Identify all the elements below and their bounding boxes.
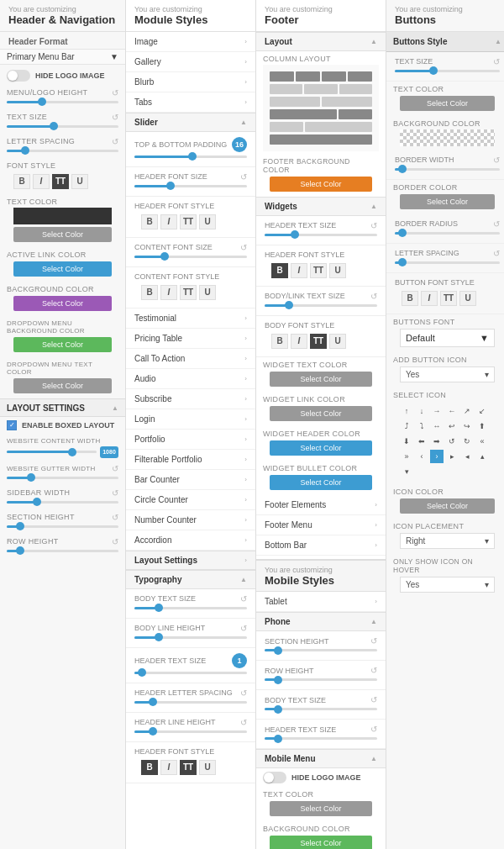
header-letter-spacing-reset[interactable]: ↺ <box>240 688 247 698</box>
footer-body-link-reset[interactable]: ↺ <box>370 292 377 301</box>
typo-header-text-size-slider[interactable] <box>134 672 247 674</box>
cfs-tt[interactable]: TT <box>180 285 197 300</box>
dropdown-menu-bg-btn[interactable]: Select Color <box>13 337 112 352</box>
module-item-blurb[interactable]: Blurb › <box>126 72 255 92</box>
footer-layout-section[interactable]: Layout ▲ <box>256 32 386 51</box>
header-line-height-reset[interactable]: ↺ <box>240 718 247 727</box>
mobile-row-height-reset[interactable]: ↺ <box>370 666 377 675</box>
icon-cell-22[interactable]: ◂ <box>460 450 474 463</box>
typo-u[interactable]: U <box>199 760 216 775</box>
module-item-portfolio[interactable]: Portfolio › <box>126 430 255 450</box>
btn-text-size-slider[interactable] <box>395 70 500 72</box>
module-item-pricing[interactable]: Pricing Table › <box>126 329 255 349</box>
add-button-icon-dropdown[interactable]: Yes ▾ <box>400 366 495 382</box>
icon-cell-12[interactable]: ⬇ <box>400 435 413 448</box>
icon-cell-20[interactable]: › <box>430 450 444 463</box>
reset-icon-1[interactable]: ↺ <box>112 88 118 98</box>
slider-section-header[interactable]: Slider ▲ <box>126 113 255 132</box>
btn-border-width-slider[interactable] <box>395 168 500 171</box>
footer-elements-item[interactable]: Footer Elements › <box>256 495 386 515</box>
footer-menu-item[interactable]: Footer Menu › <box>256 515 386 535</box>
only-show-icon-hover-dropdown[interactable]: Yes ▾ <box>400 577 495 593</box>
bold-btn[interactable]: B <box>13 174 30 189</box>
body-text-size-slider[interactable] <box>134 607 247 609</box>
content-font-size-slider[interactable] <box>134 256 247 258</box>
mobile-menu-section[interactable]: Mobile Menu ▲ <box>256 749 386 768</box>
footer-tt[interactable]: TT <box>310 263 327 278</box>
typo-bold[interactable]: B <box>141 760 158 775</box>
row-height-slider[interactable] <box>7 550 118 552</box>
icon-cell-3[interactable]: ← <box>445 404 459 418</box>
dropdown-menu-text-btn[interactable]: Select Color <box>13 378 112 393</box>
icon-cell-9[interactable]: ↩ <box>445 419 459 433</box>
module-item-cta[interactable]: Call To Action › <box>126 349 255 369</box>
italic-btn[interactable]: I <box>33 174 50 189</box>
website-gutter-slider[interactable] <box>7 477 118 479</box>
hfs-bold[interactable]: B <box>141 214 158 229</box>
footer-body-italic[interactable]: I <box>291 334 307 349</box>
icon-cell-24[interactable]: ▾ <box>400 465 413 478</box>
icon-cell-15[interactable]: ↺ <box>445 435 459 448</box>
typography-section[interactable]: Typography ▲ <box>126 570 255 589</box>
icon-cell-6[interactable]: ⤴ <box>400 419 413 433</box>
widget-text-color-btn[interactable]: Select Color <box>270 372 372 387</box>
footer-bg-color-btn[interactable]: Select Color <box>270 177 372 192</box>
menu-logo-height-slider[interactable] <box>7 101 118 103</box>
module-item-circle-counter[interactable]: Circle Counter › <box>126 490 255 510</box>
footer-u[interactable]: U <box>329 263 346 278</box>
letter-spacing-slider[interactable] <box>7 150 118 152</box>
mobile-body-text-reset[interactable]: ↺ <box>370 695 377 704</box>
typo-italic[interactable]: I <box>160 760 177 775</box>
primary-menu-dropdown[interactable]: Primary Menu Bar ▼ <box>0 49 125 65</box>
btn-letter-spacing-reset[interactable]: ↺ <box>493 249 500 258</box>
module-item-login[interactable]: Login › <box>126 409 255 430</box>
footer-widgets-section[interactable]: Widgets ▲ <box>256 197 386 216</box>
cfs-bold[interactable]: B <box>141 285 158 300</box>
module-item-accordion[interactable]: Accordion › <box>126 530 255 551</box>
underline-btn[interactable]: U <box>71 174 88 189</box>
website-content-width-slider[interactable] <box>7 451 97 453</box>
hide-logo-toggle[interactable] <box>7 70 30 82</box>
footer-bold[interactable]: B <box>271 263 288 278</box>
icon-cell-16[interactable]: ↻ <box>460 435 474 448</box>
mobile-header-text-slider[interactable] <box>265 737 377 740</box>
enable-boxed-checkbox[interactable]: ✓ <box>7 420 17 430</box>
mobile-body-text-slider[interactable] <box>265 708 377 710</box>
bottom-bar-item[interactable]: Bottom Bar › <box>256 535 386 556</box>
widget-header-color-btn[interactable]: Select Color <box>270 440 372 456</box>
mobile-section-height-slider[interactable] <box>265 649 377 651</box>
icon-cell-2[interactable]: → <box>430 404 444 418</box>
background-color-btn[interactable]: Select Color <box>13 296 112 311</box>
active-link-btn[interactable]: Select Color <box>13 261 112 277</box>
btn-u[interactable]: U <box>459 291 476 306</box>
cfs-u[interactable]: U <box>199 285 216 300</box>
reset-icon-4[interactable]: ↺ <box>112 464 118 473</box>
header-font-size-slider[interactable] <box>134 185 247 187</box>
icon-cell-14[interactable]: ➡ <box>430 435 444 448</box>
tablet-item[interactable]: Tablet › <box>256 592 386 612</box>
btn-text-color-btn[interactable]: Select Color <box>400 96 495 111</box>
text-color-btn[interactable]: Select Color <box>13 227 112 242</box>
footer-header-text-slider[interactable] <box>265 234 377 236</box>
footer-header-text-reset[interactable]: ↺ <box>370 221 377 230</box>
footer-italic[interactable]: I <box>291 263 307 278</box>
btn-italic[interactable]: I <box>421 291 438 306</box>
mobile-bg-color-btn[interactable]: Select Color <box>270 836 372 849</box>
module-item-bar-counter[interactable]: Bar Counter › <box>126 470 255 490</box>
icon-cell-0[interactable]: ↑ <box>400 404 413 418</box>
hfs-italic[interactable]: I <box>160 214 177 229</box>
footer-body-u[interactable]: U <box>329 334 346 349</box>
content-font-size-reset[interactable]: ↺ <box>240 243 247 252</box>
reset-icon-2[interactable]: ↺ <box>112 113 118 122</box>
reset-icon-6[interactable]: ↺ <box>112 513 118 522</box>
icon-color-btn[interactable]: Select Color <box>400 498 495 514</box>
footer-body-link-slider[interactable] <box>265 304 377 307</box>
module-item-filterable[interactable]: Filterable Portfolio › <box>126 450 255 470</box>
icon-cell-7[interactable]: ⤵ <box>415 419 428 433</box>
body-text-size-reset[interactable]: ↺ <box>240 594 247 604</box>
mobile-header-text-reset[interactable]: ↺ <box>370 725 377 734</box>
buttons-style-section[interactable]: Buttons Style ▲ <box>386 32 504 52</box>
btn-border-radius-reset[interactable]: ↺ <box>493 219 500 229</box>
icon-cell-4[interactable]: ↗ <box>460 404 474 418</box>
icon-cell-11[interactable]: ⬆ <box>475 419 489 433</box>
